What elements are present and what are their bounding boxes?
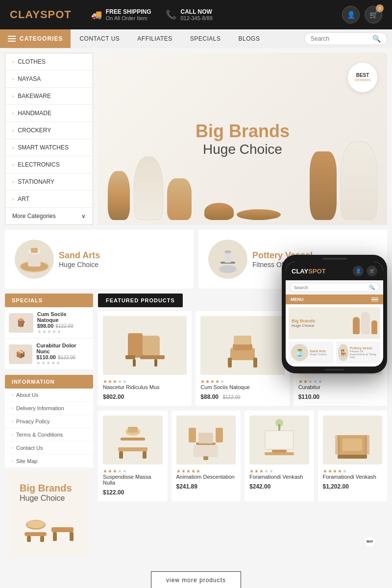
product-card-6[interactable]: ★★★★★ Foramationdi Venkash $1,202.00	[318, 411, 388, 501]
svg-rect-50	[278, 424, 280, 431]
view-more-button[interactable]: view more products	[151, 571, 241, 588]
mobile-search-icon[interactable]: 🔍	[369, 285, 375, 290]
product-img-5	[249, 416, 309, 465]
svg-rect-22	[154, 359, 157, 367]
product-card-1[interactable]: ★★★★★ Cum Sociis Natoque $88.00 $122.00	[196, 311, 289, 406]
info-sitemap[interactable]: › Site Map	[5, 455, 93, 468]
product-price-row-1: $88.00 $122.00	[200, 392, 284, 401]
mobile-search-input[interactable]	[294, 285, 367, 290]
mobile-header: CLAYSPOT 👤 🛒	[286, 262, 383, 280]
badge-bottom: OFFERS	[355, 78, 370, 82]
search-icon[interactable]: 🔍	[372, 35, 381, 43]
category-art[interactable]: › ART	[5, 191, 93, 208]
product-card-4[interactable]: ★★★★★ Animatiom Descentation $241.89	[172, 411, 241, 501]
chevron-down-icon: ∨	[81, 213, 86, 220]
svg-rect-52	[335, 435, 340, 455]
category-handmade[interactable]: › HANDMADE	[5, 105, 93, 122]
mobile-hero: Big Brands Huge Choice BEST	[289, 307, 380, 339]
info-delivery[interactable]: › Delivery Information	[5, 402, 93, 415]
view-more-row: view more products	[0, 562, 392, 588]
mobile-promo-sand[interactable]: 🫙 Sand Arts Huge Choice	[289, 342, 334, 364]
product-img-1	[200, 316, 284, 375]
svg-point-6	[219, 265, 237, 273]
product-stars-2: ★★★★★	[298, 379, 382, 384]
info-terms[interactable]: › Terms & Conditions	[5, 428, 93, 441]
svg-rect-11	[40, 536, 44, 542]
svg-rect-15	[53, 532, 57, 541]
svg-rect-19	[125, 355, 135, 359]
category-nayasa[interactable]: › NAYASA	[5, 71, 93, 88]
svg-rect-14	[51, 527, 74, 532]
account-button[interactable]: 👤	[342, 6, 360, 24]
nav-affiliates[interactable]: AFFILIATES	[128, 29, 181, 48]
special-item-1[interactable]: 📦 Curabitur Dolor Nunc $110.00 $122.00 ★…	[5, 339, 93, 370]
promo-sand-arts[interactable]: Sand Arts Huge Choice	[5, 230, 194, 289]
svg-rect-55	[343, 439, 362, 451]
featured-header: FEATURED PRODUCTS	[98, 294, 183, 307]
cart-button[interactable]: 🛒 0	[365, 6, 382, 24]
sidebar: › CLOTHES › NAYASA › BAKEWARE › HANDMADE…	[0, 48, 98, 225]
more-categories-button[interactable]: More Categories ∨	[5, 208, 93, 224]
category-electronics[interactable]: › ELECTRONICS	[5, 156, 93, 173]
chevron-icon: ›	[12, 162, 14, 168]
badge-top: BEST	[356, 73, 369, 78]
svg-point-8	[224, 250, 231, 253]
mobile-menu-label: MENU	[291, 297, 304, 302]
search-input[interactable]	[311, 35, 369, 42]
category-smart-watches[interactable]: › SMART WATCHES	[5, 139, 93, 156]
special-item-0[interactable]: 🪵 Cum Sociis Natoque $98.00 $122.00 ★★★★…	[5, 307, 93, 339]
special-item-img-1: 📦	[9, 344, 32, 364]
svg-rect-4	[31, 248, 38, 253]
mobile-promo-sand-img: 🫙	[291, 344, 308, 361]
svg-rect-27	[234, 336, 251, 344]
price-new-1: $110.00	[36, 354, 56, 360]
mobile-promo-pottery[interactable]: 🪑 Pottery Vesse Fitness Of Instruments &…	[336, 342, 381, 364]
hero-banner: Big Brands Huge Choice BEST OFFERS	[98, 53, 387, 225]
nav-blogs[interactable]: BLOGS	[230, 29, 269, 48]
category-clothes[interactable]: › CLOTHES	[5, 53, 93, 71]
mobile-hero-line1: Big Brands	[292, 318, 315, 323]
special-item-prices-1: $110.00 $122.00	[36, 354, 89, 360]
product-card-0[interactable]: ★★★★★ Nascetur Ridiculus Mus $802.00	[98, 311, 192, 406]
hero-subtitle: Huge Choice	[196, 142, 290, 157]
main-nav: CATEGORIES CONTACT US AFFILIATES SPECIAL…	[0, 29, 392, 48]
phone-icon: 📞	[166, 9, 176, 20]
svg-rect-26	[253, 358, 257, 368]
product-name-3: Suspendisse Massa Nulla	[103, 474, 163, 486]
mobile-hamburger-icon[interactable]	[371, 297, 378, 302]
svg-rect-18	[128, 333, 143, 358]
svg-rect-20	[140, 355, 165, 359]
category-stationary[interactable]: › STATIONARY	[5, 173, 93, 191]
product-card-5[interactable]: ★★★★★ Foramationdi Venkash $242.00	[245, 411, 314, 501]
category-crockery[interactable]: › CROCKERY	[5, 122, 93, 139]
svg-rect-35	[119, 451, 123, 459]
product-stars-4: ★★★★★	[176, 468, 236, 474]
nav-search-bar[interactable]: 🔍	[304, 32, 387, 45]
more-categories-label: More Categories	[12, 213, 56, 220]
nav-specials[interactable]: SPECIALS	[181, 29, 230, 48]
price-old-1: $122.00	[58, 355, 75, 360]
info-privacy-label: Privacy Policy	[16, 418, 49, 424]
site-logo[interactable]: CLAYSPOT	[10, 8, 72, 21]
left-panel: SPECIALS 🪵 Cum Sociis Natoque $98.00 $12…	[5, 294, 93, 562]
info-privacy[interactable]: › Privacy Policy	[5, 415, 93, 428]
product-price-1: $88.00	[200, 393, 219, 400]
info-contact[interactable]: › Contact Us	[5, 441, 93, 455]
category-label: ELECTRONICS	[18, 161, 59, 168]
categories-button[interactable]: CATEGORIES	[0, 29, 71, 48]
product-stars-0: ★★★★★	[103, 379, 187, 384]
svg-rect-42	[203, 456, 208, 460]
product-name-2: Curabitur	[298, 384, 382, 390]
chevron-icon: ›	[12, 196, 14, 202]
mobile-promo-sand-title: Sand Arts	[310, 349, 327, 353]
nav-contact[interactable]: CONTACT US	[71, 29, 128, 48]
bottom-promo-title: Big Brands	[20, 483, 78, 494]
info-about[interactable]: › About Us	[5, 389, 93, 402]
mobile-cart-button[interactable]: 🛒	[367, 266, 377, 276]
category-label: ART	[18, 196, 29, 202]
chevron-icon: ›	[12, 111, 14, 116]
product-card-3[interactable]: ★★★★★ Suspendisse Massa Nulla $122.00	[98, 411, 168, 501]
mobile-account-button[interactable]: 👤	[353, 266, 364, 276]
category-bakeware[interactable]: › BAKEWARE	[5, 88, 93, 105]
mobile-search-container[interactable]: 🔍	[290, 283, 379, 292]
